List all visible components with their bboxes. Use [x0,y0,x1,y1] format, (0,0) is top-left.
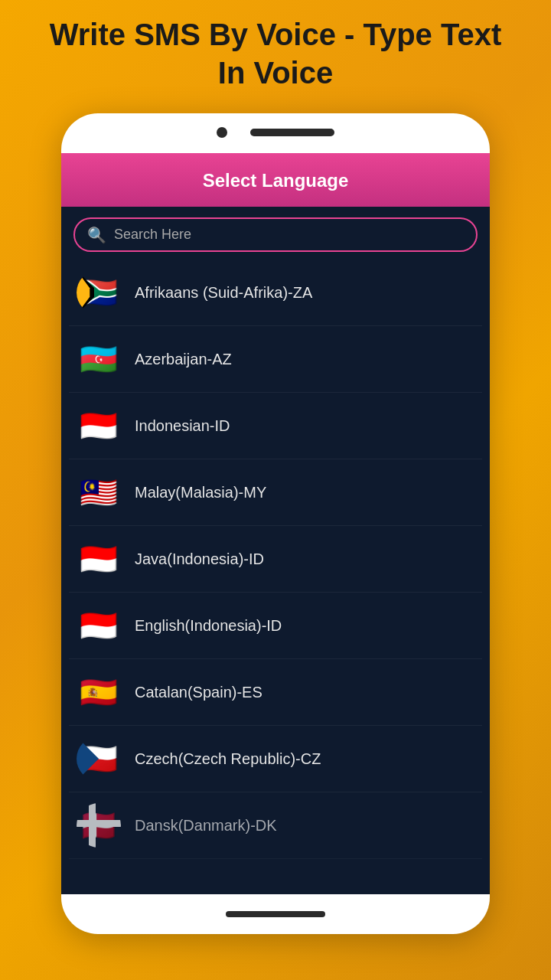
app-header-title: Select Language [73,170,478,191]
language-name: Catalan(Spain)-ES [135,684,262,701]
language-item[interactable]: 🇦🇿Azerbaijan-AZ [69,326,482,393]
language-name: English(Indonesia)-ID [135,617,282,635]
home-bar [226,911,325,917]
flag-my: 🇲🇾 [77,470,121,514]
language-name: Dansk(Danmark)-DK [135,817,277,835]
language-item[interactable]: 🇮🇩Java(Indonesia)-ID [69,526,482,593]
flag-id: 🇮🇩 [77,403,121,448]
flag-es: 🇪🇸 [77,670,121,714]
phone-bottom [61,911,490,917]
flag-az: 🇦🇿 [77,337,121,381]
language-name: Afrikaans (Suid-Afrika)-ZA [135,284,312,302]
language-name: Indonesian-ID [135,417,230,435]
search-bar-container: 🔍 [61,207,490,260]
language-name: Czech(Czech Republic)-CZ [135,750,321,768]
camera-dot [217,127,227,138]
language-name: Java(Indonesia)-ID [135,550,264,568]
language-item[interactable]: 🇿🇦Afrikaans (Suid-Afrika)-ZA [69,260,482,326]
search-icon: 🔍 [87,227,106,243]
language-item[interactable]: 🇩🇰Dansk(Danmark)-DK [69,792,482,859]
language-item[interactable]: 🇮🇩Indonesian-ID [69,393,482,459]
search-input[interactable] [114,227,464,243]
flag-za: 🇿🇦 [77,270,121,315]
language-name: Azerbaijan-AZ [135,351,232,368]
speaker-bar [250,129,334,136]
page-title: Write SMS By Voice - Type Text In Voice [0,15,551,92]
language-item[interactable]: 🇮🇩English(Indonesia)-ID [69,593,482,659]
language-item[interactable]: 🇨🇿Czech(Czech Republic)-CZ [69,726,482,792]
flag-id: 🇮🇩 [77,537,121,581]
language-list[interactable]: 🇿🇦Afrikaans (Suid-Afrika)-ZA🇦🇿Azerbaijan… [61,260,490,894]
phone-frame: Select Language 🔍 🇿🇦Afrikaans (Suid-Afri… [61,113,490,934]
flag-dk: 🇩🇰 [77,803,121,848]
language-item[interactable]: 🇲🇾Malay(Malasia)-MY [69,459,482,526]
flag-cz: 🇨🇿 [77,737,121,781]
flag-id: 🇮🇩 [77,603,121,648]
phone-top [61,127,490,138]
language-name: Malay(Malasia)-MY [135,484,266,501]
app-screen: Select Language 🔍 🇿🇦Afrikaans (Suid-Afri… [61,153,490,894]
search-bar[interactable]: 🔍 [73,217,478,252]
app-header: Select Language [61,153,490,207]
language-item[interactable]: 🇪🇸Catalan(Spain)-ES [69,659,482,726]
